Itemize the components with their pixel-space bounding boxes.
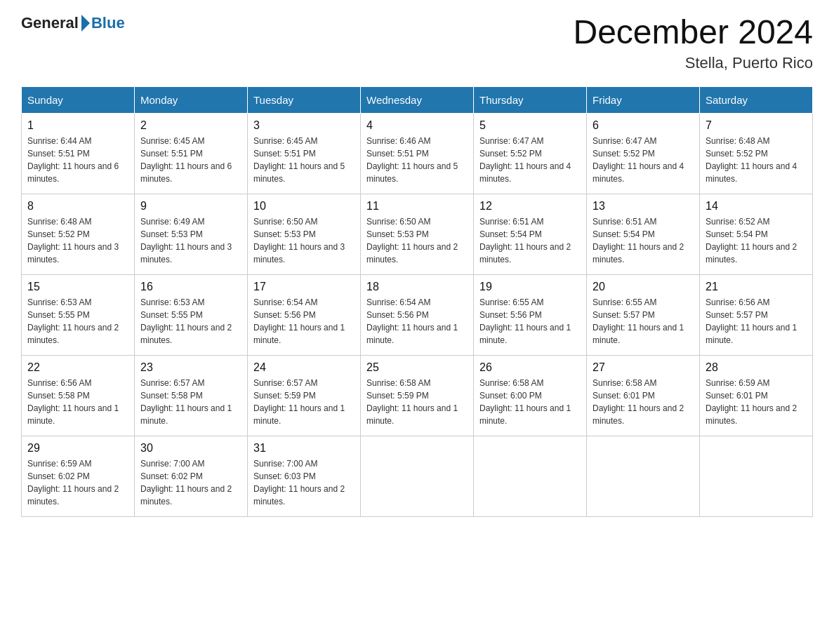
- week-row-2: 8 Sunrise: 6:48 AM Sunset: 5:52 PM Dayli…: [22, 194, 813, 274]
- day-cell: 3 Sunrise: 6:45 AM Sunset: 5:51 PM Dayli…: [248, 113, 361, 194]
- day-number: 6: [593, 119, 694, 132]
- day-cell: 25 Sunrise: 6:58 AM Sunset: 5:59 PM Dayl…: [361, 355, 474, 436]
- day-cell: 21 Sunrise: 6:56 AM Sunset: 5:57 PM Dayl…: [700, 274, 813, 355]
- day-info: Sunrise: 6:46 AM Sunset: 5:51 PM Dayligh…: [366, 135, 468, 185]
- day-cell: [361, 436, 474, 516]
- day-info: Sunrise: 6:54 AM Sunset: 5:56 PM Dayligh…: [366, 296, 468, 347]
- day-cell: 14 Sunrise: 6:52 AM Sunset: 5:54 PM Dayl…: [700, 194, 813, 274]
- day-number: 23: [140, 361, 241, 374]
- day-cell: 27 Sunrise: 6:58 AM Sunset: 6:01 PM Dayl…: [587, 355, 700, 436]
- day-info: Sunrise: 6:57 AM Sunset: 5:58 PM Dayligh…: [140, 377, 241, 427]
- day-number: 24: [253, 361, 355, 374]
- day-info: Sunrise: 6:50 AM Sunset: 5:53 PM Dayligh…: [253, 215, 355, 266]
- day-number: 27: [593, 361, 694, 374]
- day-cell: 24 Sunrise: 6:57 AM Sunset: 5:59 PM Dayl…: [248, 355, 361, 436]
- day-info: Sunrise: 6:56 AM Sunset: 5:57 PM Dayligh…: [706, 296, 807, 347]
- day-cell: 19 Sunrise: 6:55 AM Sunset: 5:56 PM Dayl…: [474, 274, 587, 355]
- header-cell-sunday: Sunday: [22, 86, 135, 113]
- day-cell: 26 Sunrise: 6:58 AM Sunset: 6:00 PM Dayl…: [474, 355, 587, 436]
- day-info: Sunrise: 6:48 AM Sunset: 5:52 PM Dayligh…: [27, 215, 128, 266]
- day-info: Sunrise: 6:44 AM Sunset: 5:51 PM Dayligh…: [27, 135, 128, 185]
- day-cell: 10 Sunrise: 6:50 AM Sunset: 5:53 PM Dayl…: [248, 194, 361, 274]
- calendar-title: December 2024: [573, 14, 813, 51]
- day-cell: 22 Sunrise: 6:56 AM Sunset: 5:58 PM Dayl…: [22, 355, 135, 436]
- day-info: Sunrise: 6:52 AM Sunset: 5:54 PM Dayligh…: [706, 215, 807, 266]
- day-number: 28: [706, 361, 807, 374]
- day-info: Sunrise: 6:57 AM Sunset: 5:59 PM Dayligh…: [253, 377, 355, 427]
- day-info: Sunrise: 6:49 AM Sunset: 5:53 PM Dayligh…: [140, 215, 241, 266]
- day-number: 3: [253, 119, 355, 132]
- day-number: 18: [366, 281, 468, 293]
- day-info: Sunrise: 6:51 AM Sunset: 5:54 PM Dayligh…: [593, 215, 694, 266]
- day-number: 2: [140, 119, 241, 132]
- header-cell-monday: Monday: [135, 86, 248, 113]
- day-number: 16: [140, 281, 241, 293]
- week-row-1: 1 Sunrise: 6:44 AM Sunset: 5:51 PM Dayli…: [22, 113, 813, 194]
- day-cell: 20 Sunrise: 6:55 AM Sunset: 5:57 PM Dayl…: [587, 274, 700, 355]
- day-cell: 2 Sunrise: 6:45 AM Sunset: 5:51 PM Dayli…: [135, 113, 248, 194]
- day-cell: 6 Sunrise: 6:47 AM Sunset: 5:52 PM Dayli…: [587, 113, 700, 194]
- day-info: Sunrise: 6:55 AM Sunset: 5:57 PM Dayligh…: [593, 296, 694, 347]
- day-number: 8: [27, 200, 128, 213]
- day-cell: 13 Sunrise: 6:51 AM Sunset: 5:54 PM Dayl…: [587, 194, 700, 274]
- day-cell: 30 Sunrise: 7:00 AM Sunset: 6:02 PM Dayl…: [135, 436, 248, 516]
- day-info: Sunrise: 6:54 AM Sunset: 5:56 PM Dayligh…: [253, 296, 355, 347]
- calendar-subtitle: Stella, Puerto Rico: [573, 54, 813, 72]
- day-number: 11: [366, 200, 468, 213]
- day-number: 5: [479, 119, 581, 132]
- day-info: Sunrise: 6:56 AM Sunset: 5:58 PM Dayligh…: [27, 377, 128, 427]
- day-number: 31: [253, 442, 355, 455]
- day-number: 12: [479, 200, 581, 213]
- header-cell-saturday: Saturday: [700, 86, 813, 113]
- day-cell: [474, 436, 587, 516]
- day-number: 13: [593, 200, 694, 213]
- day-cell: 23 Sunrise: 6:57 AM Sunset: 5:58 PM Dayl…: [135, 355, 248, 436]
- day-info: Sunrise: 6:47 AM Sunset: 5:52 PM Dayligh…: [479, 135, 581, 185]
- day-cell: 4 Sunrise: 6:46 AM Sunset: 5:51 PM Dayli…: [361, 113, 474, 194]
- header-row: SundayMondayTuesdayWednesdayThursdayFrid…: [22, 86, 813, 113]
- day-info: Sunrise: 6:47 AM Sunset: 5:52 PM Dayligh…: [593, 135, 694, 185]
- day-info: Sunrise: 6:58 AM Sunset: 6:00 PM Dayligh…: [479, 377, 581, 427]
- day-cell: 8 Sunrise: 6:48 AM Sunset: 5:52 PM Dayli…: [22, 194, 135, 274]
- logo-general-text: General: [21, 14, 79, 32]
- week-row-5: 29 Sunrise: 6:59 AM Sunset: 6:02 PM Dayl…: [22, 436, 813, 516]
- day-info: Sunrise: 6:48 AM Sunset: 5:52 PM Dayligh…: [706, 135, 807, 185]
- day-number: 19: [479, 281, 581, 293]
- day-info: Sunrise: 6:55 AM Sunset: 5:56 PM Dayligh…: [479, 296, 581, 347]
- day-number: 22: [27, 361, 128, 374]
- day-info: Sunrise: 6:59 AM Sunset: 6:02 PM Dayligh…: [27, 457, 128, 508]
- title-block: December 2024 Stella, Puerto Rico: [573, 14, 813, 72]
- day-cell: 5 Sunrise: 6:47 AM Sunset: 5:52 PM Dayli…: [474, 113, 587, 194]
- day-info: Sunrise: 6:45 AM Sunset: 5:51 PM Dayligh…: [140, 135, 241, 185]
- day-cell: [587, 436, 700, 516]
- day-cell: 17 Sunrise: 6:54 AM Sunset: 5:56 PM Dayl…: [248, 274, 361, 355]
- logo-arrow-icon: [81, 15, 90, 32]
- day-info: Sunrise: 6:50 AM Sunset: 5:53 PM Dayligh…: [366, 215, 468, 266]
- day-number: 15: [27, 281, 128, 293]
- week-row-3: 15 Sunrise: 6:53 AM Sunset: 5:55 PM Dayl…: [22, 274, 813, 355]
- day-number: 30: [140, 442, 241, 455]
- day-number: 9: [140, 200, 241, 213]
- day-info: Sunrise: 6:53 AM Sunset: 5:55 PM Dayligh…: [27, 296, 128, 347]
- day-cell: 15 Sunrise: 6:53 AM Sunset: 5:55 PM Dayl…: [22, 274, 135, 355]
- day-number: 4: [366, 119, 468, 132]
- day-cell: 11 Sunrise: 6:50 AM Sunset: 5:53 PM Dayl…: [361, 194, 474, 274]
- day-number: 14: [706, 200, 807, 213]
- day-number: 17: [253, 281, 355, 293]
- day-number: 1: [27, 119, 128, 132]
- header-cell-tuesday: Tuesday: [248, 86, 361, 113]
- header-cell-wednesday: Wednesday: [361, 86, 474, 113]
- day-number: 20: [593, 281, 694, 293]
- day-cell: 1 Sunrise: 6:44 AM Sunset: 5:51 PM Dayli…: [22, 113, 135, 194]
- calendar-table: SundayMondayTuesdayWednesdayThursdayFrid…: [21, 86, 813, 517]
- day-number: 26: [479, 361, 581, 374]
- page-header: General Blue December 2024 Stella, Puert…: [21, 14, 813, 72]
- day-cell: [700, 436, 813, 516]
- day-cell: 12 Sunrise: 6:51 AM Sunset: 5:54 PM Dayl…: [474, 194, 587, 274]
- day-number: 10: [253, 200, 355, 213]
- day-info: Sunrise: 6:59 AM Sunset: 6:01 PM Dayligh…: [706, 377, 807, 427]
- day-info: Sunrise: 7:00 AM Sunset: 6:03 PM Dayligh…: [253, 457, 355, 508]
- week-row-4: 22 Sunrise: 6:56 AM Sunset: 5:58 PM Dayl…: [22, 355, 813, 436]
- day-number: 21: [706, 281, 807, 293]
- day-number: 7: [706, 119, 807, 132]
